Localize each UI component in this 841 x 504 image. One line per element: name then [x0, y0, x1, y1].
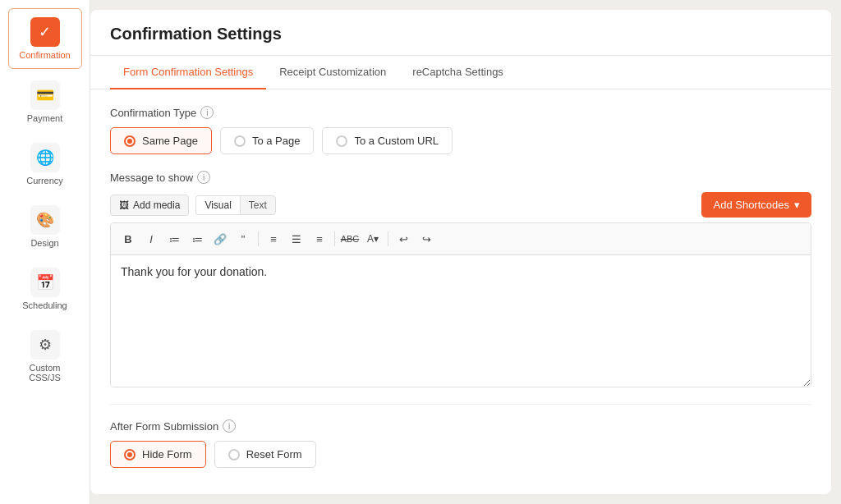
tab-recaptcha-settings[interactable]: reCaptcha Settings — [399, 56, 517, 89]
undo-button[interactable]: ↩ — [393, 228, 414, 250]
radio-option-to-a-page[interactable]: To a Page — [220, 127, 315, 154]
add-shortcodes-button[interactable]: Add Shortcodes ▾ — [701, 192, 811, 218]
strikethrough-button[interactable]: ABC — [339, 228, 361, 250]
sidebar-item-payment[interactable]: 💳 Payment — [8, 72, 82, 131]
sidebar-label-confirmation: Confirmation — [19, 50, 70, 60]
sidebar: ✓ Confirmation 💳 Payment 🌐 Currency 🎨 De… — [0, 0, 90, 504]
after-sub-radio-hide-form[interactable]: Hide Form — [110, 441, 206, 468]
confirmation-type-info-icon[interactable]: i — [200, 106, 214, 119]
ordered-list-button[interactable]: ≔ — [186, 228, 208, 250]
unordered-list-button[interactable]: ≔ — [163, 228, 185, 250]
radio-option-to-a-custom-url[interactable]: To a Custom URL — [322, 127, 453, 154]
sidebar-item-confirmation[interactable]: ✓ Confirmation — [8, 8, 82, 69]
sidebar-label-scheduling: Scheduling — [22, 300, 67, 310]
chevron-down-icon: ▾ — [794, 199, 800, 211]
after-submission-label: After Form Submission i — [110, 419, 811, 433]
radio-option-same-page[interactable]: Same Page — [110, 127, 212, 154]
content-area: Confirmation Type i Same Page To a Page … — [90, 89, 831, 494]
radio-dot-same-page — [124, 135, 136, 147]
message-info-icon[interactable]: i — [197, 171, 210, 184]
align-left-button[interactable]: ≡ — [263, 228, 284, 250]
after-sub-label-hide-form: Hide Form — [142, 448, 192, 460]
radio-dot-to-a-page — [234, 135, 246, 147]
sidebar-item-currency[interactable]: 🌐 Currency — [8, 135, 82, 194]
sidebar-icon-scheduling: 📅 — [30, 268, 60, 297]
radio-label-same-page: Same Page — [142, 135, 198, 147]
page-title: Confirmation Settings — [90, 10, 831, 56]
sidebar-label-custom-css-js: Custom CSS/JS — [15, 363, 76, 383]
align-right-button[interactable]: ≡ — [309, 228, 330, 250]
format-separator-1 — [258, 231, 259, 246]
sidebar-icon-payment: 💳 — [30, 80, 60, 110]
after-sub-radio-reset-form[interactable]: Reset Form — [214, 441, 316, 468]
redo-button[interactable]: ↪ — [416, 228, 437, 250]
main-panel: Confirmation Settings Form Confirmation … — [90, 10, 831, 494]
sidebar-icon-confirmation: ✓ — [30, 17, 60, 47]
after-sub-dot-inner-hide-form — [127, 452, 132, 457]
format-separator-3 — [388, 231, 388, 246]
editor-content[interactable]: Thank you for your donation. — [111, 255, 811, 387]
blockquote-button[interactable]: " — [232, 228, 254, 250]
italic-button[interactable]: I — [140, 228, 162, 250]
tab-text[interactable]: Text — [240, 195, 276, 215]
tab-visual[interactable]: Visual — [195, 195, 239, 215]
tab-form-confirmation[interactable]: Form Confirmation Settings — [110, 56, 266, 89]
sidebar-label-design: Design — [30, 238, 58, 248]
after-submission-section: After Form Submission i Hide Form Reset … — [110, 404, 811, 468]
after-sub-label-reset-form: Reset Form — [246, 448, 302, 460]
bold-button[interactable]: B — [117, 228, 139, 250]
text-color-button[interactable]: A▾ — [362, 228, 384, 250]
editor-box: B I ≔ ≔ 🔗 " ≡ ☰ ≡ ABC A▾ ↩ ↪ — [110, 222, 811, 387]
format-separator-2 — [334, 231, 335, 246]
radio-dot-inner-same-page — [127, 139, 132, 144]
sidebar-item-custom-css-js[interactable]: ⚙ Custom CSS/JS — [8, 322, 82, 391]
tab-receipt-customization[interactable]: Receipt Customization — [266, 56, 399, 89]
radio-label-to-a-page: To a Page — [252, 135, 301, 147]
sidebar-icon-currency: 🌐 — [30, 143, 60, 172]
confirmation-type-options: Same Page To a Page To a Custom URL — [110, 127, 811, 154]
sidebar-icon-design: 🎨 — [30, 205, 60, 235]
add-media-icon: 🖼 — [119, 199, 129, 211]
message-label: Message to show i — [110, 171, 811, 184]
confirmation-type-label: Confirmation Type i — [110, 106, 811, 119]
link-button[interactable]: 🔗 — [209, 228, 231, 250]
sidebar-label-payment: Payment — [27, 113, 62, 123]
after-sub-dot-reset-form — [228, 449, 240, 460]
after-submission-info-icon[interactable]: i — [223, 419, 236, 433]
editor-toolbar-top: 🖼 Add media Visual Text Add Shortcodes ▾ — [110, 192, 811, 218]
sidebar-label-currency: Currency — [26, 176, 63, 186]
editor-format-bar: B I ≔ ≔ 🔗 " ≡ ☰ ≡ ABC A▾ ↩ ↪ — [111, 223, 811, 255]
sidebar-item-design[interactable]: 🎨 Design — [8, 197, 82, 256]
message-section: Message to show i 🖼 Add media Visual Tex… — [110, 171, 811, 387]
editor-view-tabs: Visual Text — [195, 195, 275, 215]
sidebar-icon-custom-css-js: ⚙ — [30, 330, 60, 360]
radio-dot-to-a-custom-url — [336, 135, 347, 147]
align-center-button[interactable]: ☰ — [286, 228, 307, 250]
after-submission-options: Hide Form Reset Form — [110, 441, 811, 468]
after-sub-dot-hide-form — [124, 449, 136, 460]
tab-bar: Form Confirmation SettingsReceipt Custom… — [90, 56, 831, 89]
radio-label-to-a-custom-url: To a Custom URL — [354, 135, 439, 147]
sidebar-item-scheduling[interactable]: 📅 Scheduling — [8, 259, 82, 318]
add-media-button[interactable]: 🖼 Add media — [110, 195, 189, 216]
editor-actions-left: 🖼 Add media Visual Text — [110, 195, 276, 216]
